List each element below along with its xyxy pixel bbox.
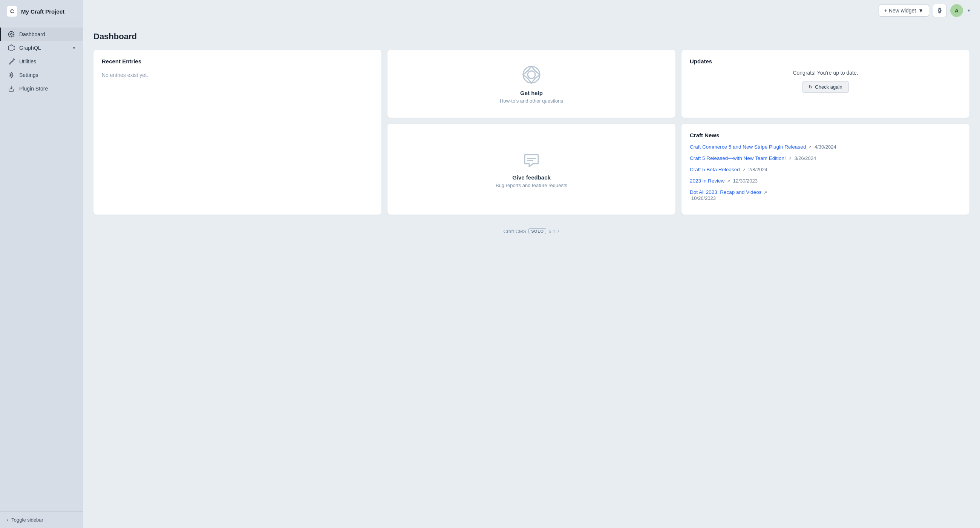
settings-icon (8, 72, 15, 78)
refresh-icon: ↻ (808, 84, 813, 90)
updates-status: Congrats! You're up to date. (690, 70, 961, 76)
news-item: Craft Commerce 5 and New Stripe Plugin R… (690, 144, 961, 150)
utilities-icon (8, 58, 15, 65)
news-item: 2023 in Review ↗ 12/30/2023 (690, 178, 961, 183)
news-date-0: 4/30/2024 (815, 144, 837, 150)
sidebar-item-dashboard[interactable]: Dashboard (0, 27, 83, 41)
check-again-button[interactable]: ↻ Check again (802, 81, 848, 93)
toggle-sidebar-label: Toggle sidebar (11, 517, 43, 523)
sidebar-item-utilities[interactable]: Utilities (0, 55, 83, 68)
dashboard-grid: Recent Entries No entries exist yet. (94, 50, 969, 215)
get-help-widget[interactable]: Get help How-to's and other questions (388, 50, 675, 118)
news-item: Dot All 2023: Recap and Videos ↗ 10/26/2… (690, 189, 961, 201)
content-area: Dashboard Recent Entries No entries exis… (83, 21, 980, 528)
news-item: Craft 5 Released—with New Team Edition! … (690, 155, 961, 161)
news-item: Craft 5 Beta Released ↗ 2/8/2024 (690, 166, 961, 172)
news-link-4[interactable]: Dot All 2023: Recap and Videos ↗ (690, 189, 767, 195)
user-menu-chevron-icon[interactable]: ▼ (967, 8, 971, 13)
dashboard-icon (8, 31, 15, 38)
news-date-3: 12/30/2023 (733, 178, 757, 183)
sidebar-header: C My Craft Project (0, 0, 83, 23)
svg-point-13 (11, 74, 13, 76)
new-widget-button[interactable]: + New widget ▼ (878, 5, 929, 17)
external-link-icon: ↗ (788, 156, 792, 161)
check-again-label: Check again (815, 84, 842, 90)
craft-news-widget: Craft News Craft Commerce 5 and New Stri… (681, 124, 969, 215)
svg-point-8 (14, 46, 15, 47)
edition-badge: SOLO (528, 228, 546, 234)
sidebar: C My Craft Project Dashboard (0, 0, 83, 528)
sidebar-item-label: Dashboard (19, 31, 45, 37)
external-link-icon: ↗ (808, 145, 811, 150)
sidebar-nav: Dashboard GraphQL ▼ (0, 23, 83, 511)
updates-widget: Updates Congrats! You're up to date. ↻ C… (681, 50, 969, 118)
news-link-2[interactable]: Craft 5 Beta Released ↗ (690, 167, 747, 172)
svg-point-11 (8, 49, 9, 50)
help-icon (521, 64, 542, 85)
page-footer: Craft CMS SOLO 5.1.7 (94, 222, 969, 240)
sidebar-item-graphql[interactable]: GraphQL ▼ (0, 41, 83, 55)
svg-point-15 (523, 66, 540, 83)
toggle-sidebar-arrow-icon: ‹ (7, 517, 8, 523)
sidebar-item-label: Plugin Store (19, 86, 48, 92)
chevron-down-icon: ▼ (918, 8, 923, 14)
sidebar-item-label: GraphQL (19, 45, 41, 51)
external-link-icon: ↗ (742, 167, 746, 172)
give-feedback-subtitle: Bug reports and feature requests (496, 183, 567, 188)
svg-point-1 (11, 33, 13, 35)
chevron-down-icon: ▼ (72, 46, 76, 50)
news-date-2: 2/8/2024 (748, 167, 767, 172)
give-feedback-title: Give feedback (512, 174, 551, 181)
graphql-icon (8, 45, 15, 51)
page-title: Dashboard (94, 32, 969, 41)
svg-point-12 (8, 46, 9, 47)
sidebar-item-plugin-store[interactable]: Plugin Store (0, 82, 83, 96)
get-help-title: Get help (520, 90, 543, 96)
recent-entries-title: Recent Entries (102, 58, 373, 64)
recent-entries-widget: Recent Entries No entries exist yet. (94, 50, 382, 215)
news-date-1: 3/26/2024 (794, 155, 816, 161)
user-avatar[interactable]: A (950, 4, 963, 17)
recent-entries-empty: No entries exist yet. (102, 72, 373, 78)
sidebar-item-label: Utilities (19, 59, 36, 64)
news-link-3[interactable]: 2023 in Review ↗ (690, 178, 732, 183)
feedback-icon (522, 150, 541, 170)
craft-news-title: Craft News (690, 132, 961, 139)
updates-title: Updates (690, 58, 961, 64)
get-help-subtitle: How-to's and other questions (500, 98, 563, 104)
dashboard-settings-button[interactable] (933, 4, 947, 18)
toggle-sidebar-button[interactable]: ‹ Toggle sidebar (0, 511, 83, 528)
app-logo: C (7, 6, 18, 17)
main-content: + New widget ▼ A ▼ Dashboard Recent Entr… (83, 0, 980, 528)
svg-point-9 (14, 49, 15, 50)
external-link-icon: ↗ (764, 190, 767, 195)
news-link-1[interactable]: Craft 5 Released—with New Team Edition! … (690, 155, 793, 161)
sidebar-item-label: Settings (19, 72, 38, 78)
give-feedback-widget[interactable]: Give feedback Bug reports and feature re… (388, 124, 675, 215)
news-link-0[interactable]: Craft Commerce 5 and New Stripe Plugin R… (690, 144, 813, 150)
topbar: + New widget ▼ A ▼ (83, 0, 980, 21)
svg-point-16 (528, 71, 535, 78)
external-link-icon: ↗ (727, 179, 730, 183)
svg-point-14 (939, 10, 940, 11)
news-date-4: 10/26/2023 (691, 195, 716, 201)
new-widget-label: + New widget (884, 8, 916, 14)
project-name: My Craft Project (21, 8, 64, 15)
plugin-store-icon (8, 85, 15, 92)
sidebar-item-settings[interactable]: Settings (0, 68, 83, 82)
version-number: 5.1.7 (549, 228, 559, 234)
cms-label: Craft CMS (504, 228, 527, 234)
svg-marker-6 (9, 45, 14, 51)
gear-icon (937, 8, 943, 14)
